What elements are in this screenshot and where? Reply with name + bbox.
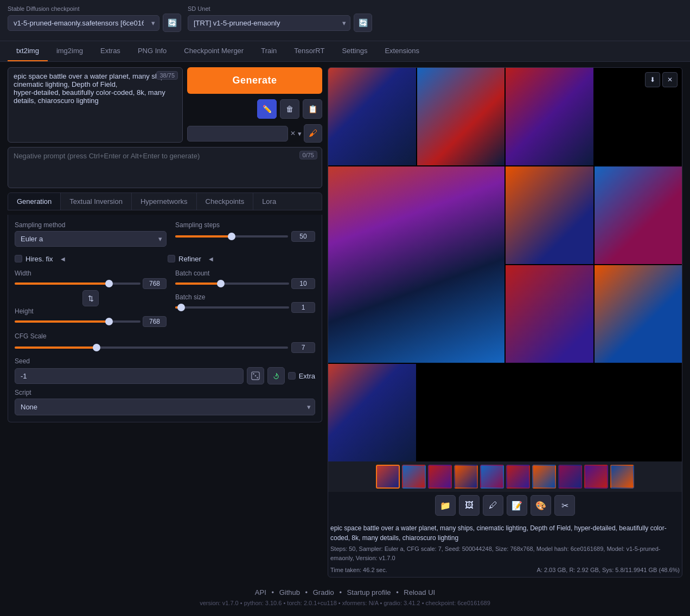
thumbnail-1[interactable] bbox=[376, 465, 400, 489]
tab-txt2img[interactable]: txt2img bbox=[8, 41, 48, 61]
batch-count-label: Batch count bbox=[175, 270, 315, 277]
cfg-scale-row: CFG Scale 7 bbox=[15, 332, 315, 353]
thumbnail-4[interactable] bbox=[454, 465, 478, 489]
thumbnail-2[interactable] bbox=[402, 465, 426, 489]
style-edit-button[interactable]: ✏️ bbox=[257, 99, 277, 119]
sub-tab-checkpoints[interactable]: Checkpoints bbox=[197, 193, 254, 210]
image-cell-5[interactable] bbox=[595, 166, 682, 264]
footer-link-gradio[interactable]: Gradio bbox=[313, 588, 334, 596]
tab-train[interactable]: Train bbox=[252, 41, 285, 61]
thumbnail-8[interactable] bbox=[558, 465, 582, 489]
sub-tab-hypernetworks[interactable]: Hypernetworks bbox=[132, 193, 197, 210]
tab-settings[interactable]: Settings bbox=[333, 41, 376, 61]
sampling-steps-thumb[interactable] bbox=[228, 233, 235, 240]
thumbnail-10[interactable] bbox=[610, 465, 634, 489]
hires-fix-checkbox[interactable] bbox=[15, 255, 22, 262]
seed-recycle-button[interactable] bbox=[267, 367, 285, 384]
tab-tensorrt[interactable]: TensorRT bbox=[285, 41, 333, 61]
open-folder-button[interactable]: 📁 bbox=[435, 495, 456, 516]
positive-prompt-input[interactable]: epic space battle over a water planet, m… bbox=[14, 72, 177, 110]
style-chevron-icon[interactable]: ▾ bbox=[298, 130, 302, 138]
sampling-steps-slider[interactable] bbox=[175, 232, 288, 241]
image-cell-6[interactable] bbox=[506, 265, 593, 363]
batch-count-slider[interactable] bbox=[175, 279, 289, 288]
thumbnail-9[interactable] bbox=[584, 465, 608, 489]
refiner-checkbox[interactable] bbox=[168, 255, 175, 262]
tab-extensions[interactable]: Extensions bbox=[376, 41, 428, 61]
image-cell-8[interactable] bbox=[328, 364, 416, 461]
negative-prompt-input[interactable]: Negative prompt (press Ctrl+Enter or Alt… bbox=[14, 152, 316, 182]
sampling-method-select[interactable]: Euler a bbox=[15, 231, 167, 247]
footer-link-api[interactable]: API bbox=[255, 588, 266, 596]
dice-icon bbox=[251, 371, 260, 381]
extra-label: Extra bbox=[299, 372, 315, 380]
image-grid-header: ⬇ ✕ bbox=[643, 70, 680, 89]
swap-dimensions-button[interactable]: ⇅ bbox=[82, 290, 99, 306]
sub-tab-generation[interactable]: Generation bbox=[8, 193, 61, 210]
footer-sep-1: • bbox=[271, 588, 274, 596]
seed-input[interactable]: -1 bbox=[15, 368, 244, 384]
batch-size-slider[interactable] bbox=[175, 303, 289, 312]
image-cell-black[interactable] bbox=[417, 364, 505, 461]
batch-count-thumb[interactable] bbox=[217, 280, 225, 287]
extra-checkbox[interactable] bbox=[288, 372, 296, 380]
batch-col: Batch count 10 Batch size bbox=[175, 270, 315, 327]
cfg-scale-slider[interactable] bbox=[15, 343, 288, 352]
seed-label: Seed bbox=[15, 357, 315, 365]
paste-button[interactable]: 📋 bbox=[303, 99, 322, 119]
right-panel: ⬇ ✕ bbox=[322, 67, 682, 578]
sub-tab-lora[interactable]: Lora bbox=[253, 193, 285, 210]
image-grid-container: ⬇ ✕ bbox=[328, 67, 682, 578]
height-value: 768 bbox=[143, 316, 167, 327]
thumbnail-7[interactable] bbox=[532, 465, 556, 489]
refiner-label: Refiner bbox=[178, 255, 201, 263]
script-select[interactable]: None bbox=[15, 399, 315, 415]
sub-tab-textual-inversion[interactable]: Textual Inversion bbox=[61, 193, 132, 210]
width-label: Width bbox=[15, 270, 167, 277]
thumbnail-5[interactable] bbox=[480, 465, 504, 489]
image-cell-1[interactable] bbox=[328, 68, 416, 165]
height-input-row: 768 bbox=[15, 316, 167, 327]
footer-link-startup[interactable]: Startup profile bbox=[347, 588, 391, 596]
tab-extras[interactable]: Extras bbox=[92, 41, 129, 61]
style-clear-icon[interactable]: ✕ bbox=[290, 130, 296, 137]
image-cell-large[interactable] bbox=[328, 166, 504, 363]
footer-link-reload[interactable]: Reload UI bbox=[404, 588, 435, 596]
seed-dice-button[interactable] bbox=[247, 367, 264, 384]
send-to-extras-button[interactable]: 📝 bbox=[507, 495, 527, 516]
batch-size-thumb[interactable] bbox=[177, 304, 185, 311]
hires-fix-triangle-icon[interactable]: ◀ bbox=[56, 252, 69, 265]
save-grid-button[interactable]: ⬇ bbox=[645, 72, 660, 87]
thumbnail-row bbox=[328, 461, 682, 492]
tab-img2img[interactable]: img2img bbox=[48, 41, 92, 61]
cfg-scale-thumb[interactable] bbox=[93, 344, 100, 351]
thumbnail-3[interactable] bbox=[428, 465, 452, 489]
tab-checkpoint-merger[interactable]: Checkpoint Merger bbox=[175, 41, 252, 61]
checkpoint-select[interactable]: v1-5-pruned-emaonly.safetensors [6ce0161… bbox=[8, 15, 159, 31]
checkpoint-refresh-button[interactable]: 🔄 bbox=[163, 14, 181, 32]
unet-refresh-button[interactable]: 🔄 bbox=[354, 14, 372, 32]
trash-button[interactable]: 🗑 bbox=[280, 99, 299, 119]
width-thumb[interactable] bbox=[105, 280, 113, 287]
image-cell-2[interactable] bbox=[417, 68, 505, 165]
height-slider[interactable] bbox=[15, 317, 140, 326]
refiner-triangle-icon[interactable]: ◀ bbox=[205, 252, 218, 265]
generate-button[interactable]: Generate bbox=[187, 67, 322, 94]
style-input[interactable] bbox=[187, 126, 288, 142]
style-paint-button[interactable]: 🖌 bbox=[304, 124, 322, 143]
image-cell-3[interactable] bbox=[506, 68, 593, 165]
width-input-row: 768 bbox=[15, 278, 167, 289]
send-to-img2img-button[interactable]: 🖼 bbox=[459, 495, 480, 516]
height-thumb[interactable] bbox=[105, 318, 113, 325]
thumbnail-6[interactable] bbox=[506, 465, 530, 489]
unet-select[interactable]: [TRT] v1-5-pruned-emaonly bbox=[188, 15, 350, 31]
close-grid-button[interactable]: ✕ bbox=[662, 72, 678, 87]
image-cell-4[interactable] bbox=[506, 166, 593, 264]
width-slider[interactable] bbox=[15, 279, 140, 288]
footer-link-github[interactable]: Github bbox=[279, 588, 300, 596]
send-to-inpaint-button[interactable]: 🖊 bbox=[483, 495, 503, 516]
tab-pnginfo[interactable]: PNG Info bbox=[129, 41, 175, 61]
interrogate-button[interactable]: ✂ bbox=[554, 495, 575, 516]
image-cell-7[interactable] bbox=[595, 265, 682, 363]
style-button[interactable]: 🎨 bbox=[531, 495, 551, 516]
